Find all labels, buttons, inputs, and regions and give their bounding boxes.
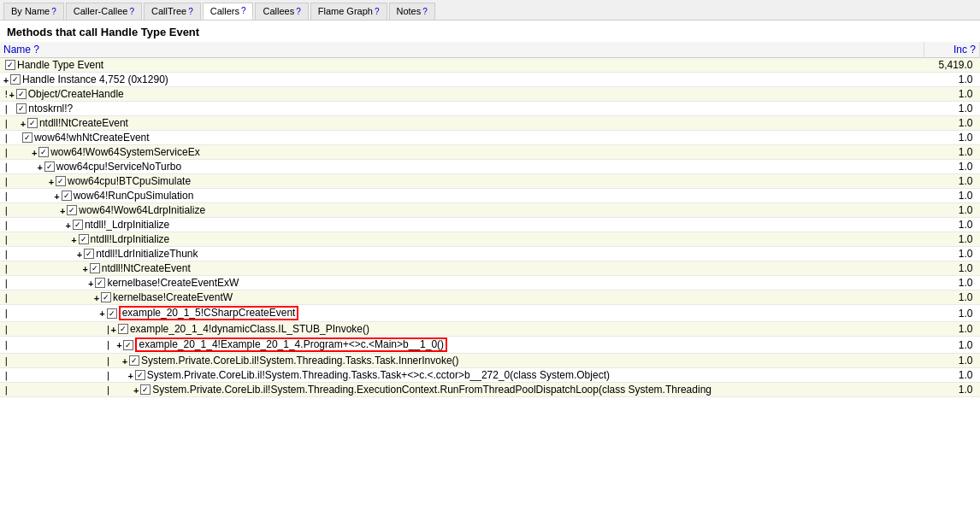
expand-button[interactable]: + — [122, 356, 127, 366]
row-checkbox[interactable] — [73, 220, 83, 230]
row-checkbox[interactable] — [22, 132, 32, 143]
indent: | — [3, 132, 21, 144]
tab-caller-callee[interactable]: Caller-Callee ? — [66, 3, 142, 20]
row-name-text: kernelbase!CreateEventExW — [107, 277, 239, 289]
expand-button[interactable]: + — [21, 119, 26, 128]
tab-callers[interactable]: Callers ? — [203, 3, 254, 20]
table-row[interactable]: Handle Type Event5,419.0 — [0, 58, 980, 73]
indent: | — [3, 249, 77, 260]
expand-button[interactable]: + — [3, 75, 9, 85]
table-row[interactable]: | +wow64cpu!BTCpuSimulate1.0 — [0, 174, 980, 189]
expand-button[interactable]: + — [55, 191, 60, 201]
row-checkbox[interactable] — [62, 191, 72, 201]
indent: | — [3, 191, 55, 202]
row-name-text: example_20_1_4!Example_20_1_4.Program+<>… — [139, 338, 444, 350]
row-name-text: ntdll!NtCreateEvent — [39, 117, 128, 129]
row-inc: 1.0 — [924, 247, 980, 261]
table-row[interactable]: | | +System.Private.CoreLib.il!System.Th… — [0, 383, 980, 397]
col-inc[interactable]: Inc ? — [924, 42, 980, 58]
row-checkbox[interactable] — [27, 118, 38, 128]
expand-button[interactable]: + — [116, 340, 121, 349]
row-name-text: example_20_1_4!dynamicClass.IL_STUB_PInv… — [130, 323, 369, 335]
table-row[interactable]: +Handle Instance 4,752 (0x1290)1.0 — [0, 73, 980, 87]
tab-flame-graph[interactable]: Flame Graph ? — [310, 3, 387, 20]
expand-button[interactable]: + — [94, 293, 99, 302]
row-checkbox[interactable] — [118, 324, 128, 334]
expand-button[interactable]: + — [32, 148, 37, 157]
table-row[interactable]: | +ntdll!_LdrpInitialize1.0 — [0, 218, 980, 232]
row-checkbox[interactable] — [10, 74, 21, 85]
table-row[interactable]: | +ntdll!NtCreateEvent1.0 — [0, 261, 980, 276]
row-name-text: ntdll!LdrInitializeThunk — [96, 248, 198, 260]
indent: | — [3, 308, 100, 319]
row-inc: 1.0 — [924, 383, 980, 397]
row-name-text: Handle Type Event — [17, 59, 103, 71]
tab-notes[interactable]: Notes ? — [389, 3, 435, 20]
row-checkbox[interactable] — [79, 234, 89, 244]
row-name-text: wow64!whNtCreateEvent — [34, 132, 150, 144]
row-checkbox[interactable] — [101, 292, 111, 302]
row-checkbox[interactable] — [140, 384, 151, 395]
row-inc: 1.0 — [924, 322, 980, 337]
table-row[interactable]: | | +example_20_1_4!Example_20_1_4.Progr… — [0, 337, 980, 354]
expand-button[interactable]: + — [88, 279, 93, 288]
row-checkbox[interactable] — [16, 103, 27, 114]
row-inc: 1.0 — [924, 368, 980, 383]
table-row[interactable]: | +wow64cpu!ServiceNoTurbo1.0 — [0, 160, 980, 174]
row-checkbox[interactable] — [107, 308, 117, 319]
table-row[interactable]: | +ntdll!LdrInitializeThunk1.0 — [0, 247, 980, 261]
expand-button[interactable]: + — [60, 206, 65, 215]
tab-by-name[interactable]: By Name ? — [3, 3, 64, 20]
table-row[interactable]: | | +System.Private.CoreLib.il!System.Th… — [0, 368, 980, 383]
expand-button[interactable]: + — [71, 235, 76, 244]
row-checkbox[interactable] — [95, 278, 105, 288]
table-row[interactable]: | |+example_20_1_4!dynamicClass.IL_STUB_… — [0, 322, 980, 337]
indent: | — [3, 161, 38, 173]
table-row[interactable]: | +ntdll!LdrpInitialize1.0 — [0, 232, 980, 247]
tab-calltree[interactable]: CallTree ? — [144, 3, 201, 20]
table-row[interactable]: | wow64!whNtCreateEvent1.0 — [0, 131, 980, 145]
row-name-text: System.Private.CoreLib.il!System.Threadi… — [147, 369, 610, 381]
row-inc: 1.0 — [924, 131, 980, 145]
row-checkbox[interactable] — [135, 370, 145, 380]
row-inc: 1.0 — [924, 261, 980, 276]
expand-button[interactable]: + — [133, 385, 139, 395]
expand-button[interactable]: + — [77, 249, 82, 259]
row-inc: 1.0 — [924, 276, 980, 290]
row-checkbox[interactable] — [44, 161, 55, 172]
expand-button[interactable]: + — [83, 264, 88, 273]
row-checkbox[interactable] — [129, 355, 139, 366]
expand-button[interactable]: + — [100, 308, 105, 318]
row-checkbox[interactable] — [90, 263, 100, 273]
table-row[interactable]: | +wow64!Wow64SystemServiceEx1.0 — [0, 145, 980, 160]
expand-button[interactable]: + — [66, 220, 71, 230]
row-checkbox[interactable] — [67, 205, 77, 215]
row-checkbox[interactable] — [56, 176, 66, 186]
row-inc: 1.0 — [924, 232, 980, 247]
expand-button[interactable]: + — [111, 325, 116, 334]
tab-callees[interactable]: Callees ? — [255, 3, 308, 20]
row-name-text: ntoskrnl!? — [28, 103, 73, 114]
row-checkbox[interactable] — [123, 340, 133, 350]
row-inc: 1.0 — [924, 305, 980, 322]
table-row[interactable]: !+Object/CreateHandle1.0 — [0, 87, 980, 102]
expand-button[interactable]: + — [38, 162, 43, 172]
expand-button[interactable]: + — [49, 177, 54, 186]
expand-button[interactable]: + — [128, 371, 133, 380]
table-row[interactable]: | +kernelbase!CreateEventW1.0 — [0, 290, 980, 305]
table-row[interactable]: | +ntdll!NtCreateEvent1.0 — [0, 116, 980, 131]
table-row[interactable]: | ntoskrnl!?1.0 — [0, 102, 980, 116]
row-checkbox[interactable] — [16, 89, 27, 99]
table-row[interactable]: | +wow64!Wow64LdrpInitialize1.0 — [0, 203, 980, 218]
expand-button[interactable]: + — [9, 90, 15, 99]
table-row[interactable]: | | +System.Private.CoreLib.il!System.Th… — [0, 354, 980, 368]
tab-bar: By Name ? Caller-Callee ? CallTree ? Cal… — [0, 0, 980, 21]
table-row[interactable]: | +kernelbase!CreateEventExW1.0 — [0, 276, 980, 290]
table-row[interactable]: | +example_20_1_5!CSharpCreateEvent1.0 — [0, 305, 980, 322]
table-row[interactable]: | +wow64!RunCpuSimulation1.0 — [0, 189, 980, 203]
row-checkbox[interactable] — [38, 147, 49, 157]
row-checkbox[interactable] — [84, 249, 94, 259]
row-inc: 1.0 — [924, 290, 980, 305]
col-name[interactable]: Name ? — [0, 42, 924, 58]
row-checkbox[interactable] — [5, 60, 15, 70]
